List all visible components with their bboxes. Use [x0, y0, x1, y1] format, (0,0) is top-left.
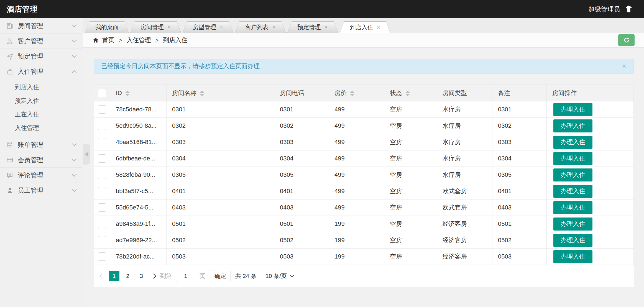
tab-reservation[interactable]: 预定管理× — [287, 21, 338, 33]
cell-room-name: 0502 — [167, 232, 274, 249]
sidebar-item-members[interactable]: 会员管理 — [0, 152, 83, 168]
close-icon[interactable]: × — [377, 24, 380, 30]
row-checkbox[interactable] — [98, 154, 106, 163]
cell-status: 空房 — [384, 249, 437, 265]
card-icon — [6, 156, 14, 164]
sidebar-subitem-reserve-checkin[interactable]: 预定入住 — [0, 94, 83, 108]
refresh-button[interactable] — [618, 34, 635, 46]
prev-page-icon[interactable] — [99, 273, 104, 278]
checkin-button[interactable]: 办理入住 — [553, 168, 592, 181]
page-button-3[interactable]: 3 — [136, 271, 147, 281]
table-panel: ID 房间名称 房间电话 房价 状态 房间类型 备注 房间操作 — [94, 85, 634, 287]
sidebar-item-reservations[interactable]: 预定管理 — [0, 49, 83, 64]
close-icon[interactable]: × — [167, 24, 171, 30]
user-name: 超级管理员 — [588, 5, 620, 14]
sidebar-item-label: 客户管理 — [18, 37, 43, 45]
close-icon[interactable]: × — [324, 24, 328, 30]
cell-remark: 0301 — [492, 101, 547, 118]
user-menu[interactable]: 超级管理员 — [588, 5, 633, 14]
tab-room-mgmt[interactable]: 房间管理× — [130, 21, 181, 33]
total-count-label: 共 24 条 — [235, 272, 257, 280]
cell-id: 55d65e74-5... — [110, 199, 167, 216]
sort-icon[interactable] — [200, 91, 204, 96]
table-row: ad7e9969-22... 0502 0502 199 空房 经济客房 050… — [94, 232, 634, 249]
breadcrumb-checkin-mgmt[interactable]: 入住管理 — [127, 36, 151, 44]
chevron-down-icon — [72, 157, 77, 162]
sidebar-collapse-handle[interactable] — [83, 144, 90, 165]
checkin-button[interactable]: 办理入住 — [553, 103, 592, 116]
tab-arrive-checkin[interactable]: 到店入住× — [339, 21, 390, 33]
row-checkbox[interactable] — [98, 220, 106, 228]
cell-price: 499 — [329, 199, 384, 216]
sidebar-item-bills[interactable]: 账单管理 — [0, 137, 83, 152]
cell-room-phone: 0301 — [274, 101, 329, 118]
column-header-price[interactable]: 房价 — [329, 85, 384, 101]
checkin-button[interactable]: 办理入住 — [553, 136, 592, 149]
cell-room-type: 经济客房 — [437, 249, 492, 265]
page-unit-label: 页 — [200, 272, 205, 280]
sort-icon[interactable] — [125, 91, 130, 96]
column-header-status[interactable]: 状态 — [384, 85, 437, 101]
close-icon[interactable]: × — [622, 62, 626, 71]
row-checkbox[interactable] — [98, 122, 106, 130]
row-checkbox[interactable] — [98, 105, 106, 114]
sidebar-subitem-current-checkin[interactable]: 正在入住 — [0, 108, 83, 121]
sidebar-item-customers[interactable]: 客户管理 — [0, 34, 83, 49]
checkin-button[interactable]: 办理入住 — [553, 250, 592, 263]
row-checkbox[interactable] — [98, 252, 106, 261]
checkin-button[interactable]: 办理入住 — [553, 234, 592, 247]
sidebar-subitem-arrive-checkin[interactable]: 到店入住 — [0, 80, 83, 94]
sidebar-item-label: 账单管理 — [18, 140, 43, 149]
cell-remark: 0303 — [492, 134, 547, 150]
sidebar-item-comments[interactable]: 评论管理 — [0, 168, 83, 183]
breadcrumb-separator: > — [119, 37, 122, 44]
chevron-down-icon — [72, 187, 77, 192]
tab-label: 房型管理 — [193, 23, 216, 31]
cell-price: 499 — [329, 167, 384, 183]
column-header-actions: 房间操作 — [547, 85, 634, 101]
database-icon — [6, 141, 14, 149]
page-button-1[interactable]: 1 — [109, 271, 119, 281]
checkin-button[interactable]: 办理入住 — [553, 185, 592, 198]
row-checkbox[interactable] — [98, 138, 106, 146]
per-page-select[interactable]: 10 条/页 — [261, 270, 298, 282]
cell-room-name: 0401 — [167, 183, 274, 199]
checkin-button[interactable]: 办理入住 — [553, 119, 592, 132]
tab-customer-list[interactable]: 客户列表× — [235, 21, 286, 33]
row-checkbox[interactable] — [98, 171, 106, 179]
row-checkbox[interactable] — [98, 236, 106, 244]
tshirt-icon — [625, 5, 633, 13]
sort-icon[interactable] — [405, 91, 410, 96]
checkin-button[interactable]: 办理入住 — [553, 152, 592, 165]
sidebar-item-rooms[interactable]: 房间管理 — [0, 18, 83, 34]
sidebar-item-checkin[interactable]: 入住管理 — [0, 64, 83, 79]
cell-status: 空房 — [384, 183, 437, 199]
cell-status: 空房 — [384, 216, 437, 232]
sort-icon[interactable] — [350, 91, 354, 96]
checkin-button[interactable]: 办理入住 — [553, 218, 592, 231]
close-icon[interactable]: × — [272, 24, 276, 30]
bag-icon — [6, 68, 14, 75]
row-checkbox[interactable] — [98, 203, 106, 212]
checkin-button[interactable]: 办理入住 — [553, 201, 592, 214]
confirm-button[interactable]: 确定 — [210, 270, 231, 282]
cell-status: 空房 — [384, 118, 437, 134]
table-row: a98453a9-1f... 0501 0501 199 空房 经济客房 050… — [94, 216, 634, 232]
column-header-room-name[interactable]: 房间名称 — [167, 85, 274, 101]
close-icon[interactable]: × — [220, 24, 223, 30]
breadcrumb-home[interactable]: 首页 — [102, 36, 114, 44]
home-icon — [92, 37, 99, 44]
sidebar-item-staff[interactable]: 员工管理 — [0, 183, 83, 198]
cell-room-type: 经济客房 — [437, 232, 492, 249]
cell-remark: 0304 — [492, 150, 547, 167]
sidebar-subitem-checkin-mgmt[interactable]: 入住管理 — [0, 121, 83, 135]
column-header-id[interactable]: ID — [110, 85, 167, 101]
select-all-checkbox[interactable] — [98, 89, 106, 97]
next-page-icon[interactable] — [151, 273, 156, 278]
tab-desktop[interactable]: 我的桌面 — [85, 21, 129, 33]
tab-room-type[interactable]: 房型管理× — [183, 21, 234, 33]
goto-page-input[interactable] — [176, 270, 195, 282]
row-checkbox[interactable] — [98, 187, 106, 195]
cell-price: 499 — [329, 118, 384, 134]
page-button-2[interactable]: 2 — [122, 271, 133, 281]
